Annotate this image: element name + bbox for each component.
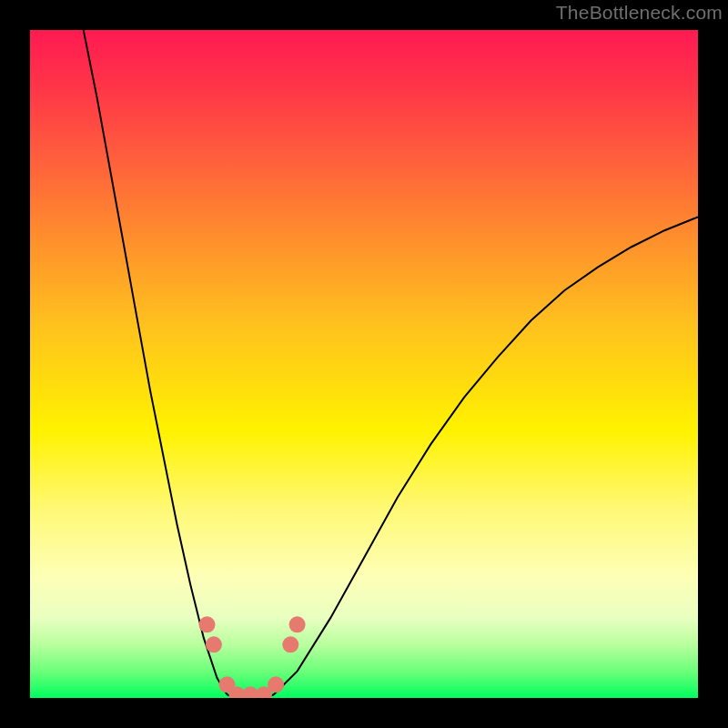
watermark-text: TheBottleneck.com	[556, 2, 723, 24]
chart-plot-area	[30, 30, 698, 698]
